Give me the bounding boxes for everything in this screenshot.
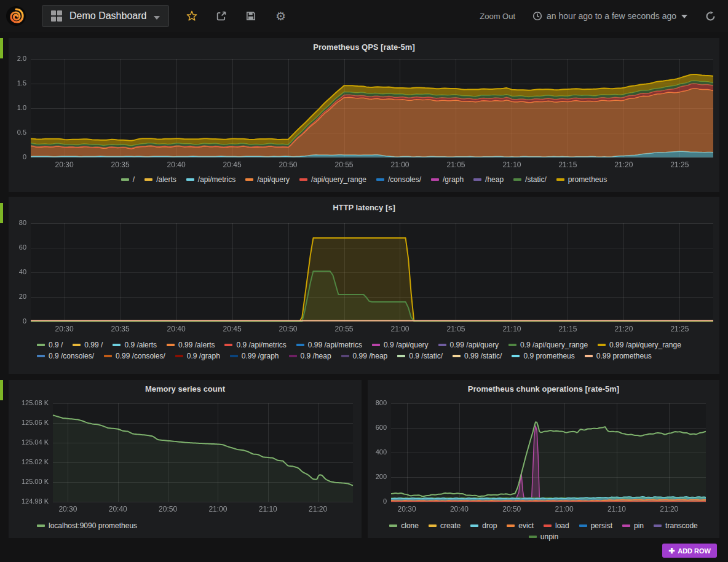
- refresh-button[interactable]: [703, 9, 717, 23]
- memory-legend: localhost:9090 prometheus: [9, 520, 362, 531]
- legend-item[interactable]: persist: [579, 521, 612, 530]
- legend-item[interactable]: localhost:9090 prometheus: [37, 521, 137, 530]
- legend-item[interactable]: 0.99 /graph: [230, 352, 279, 360]
- grafana-logo[interactable]: [5, 5, 27, 27]
- clock-icon: [532, 11, 542, 21]
- legend-swatch: [544, 524, 552, 527]
- legend-item[interactable]: create: [429, 521, 461, 530]
- legend-item[interactable]: load: [544, 521, 569, 530]
- legend-item[interactable]: transcode: [654, 521, 698, 530]
- panel-title[interactable]: Prometheus QPS [rate-5m]: [9, 38, 719, 55]
- legend-label: pin: [634, 521, 644, 530]
- legend-item[interactable]: /heap: [473, 175, 504, 184]
- legend-label: 0.99 /alerts: [178, 341, 215, 349]
- legend-label: /static/: [525, 175, 547, 184]
- legend-label: /api/query: [257, 175, 290, 184]
- gear-icon: ⚙: [275, 10, 286, 22]
- dashboard-picker-button[interactable]: Demo Dashboard: [42, 5, 169, 27]
- legend-label: 0.99 /: [84, 341, 103, 349]
- legend-item[interactable]: 0.9 /api/metrics: [224, 341, 286, 349]
- legend-label: 0.99 prometheus: [596, 352, 652, 360]
- legend-item[interactable]: /static/: [513, 175, 547, 184]
- legend-swatch: [453, 355, 461, 357]
- legend-label: 0.9 /static/: [409, 352, 443, 360]
- settings-button[interactable]: ⚙: [274, 9, 287, 23]
- legend-item[interactable]: evict: [507, 521, 534, 530]
- legend-item[interactable]: /api/metrics: [186, 175, 235, 184]
- chunkops-legend: clonecreatedropevictloadpersistpintransc…: [368, 520, 719, 542]
- legend-swatch: [473, 178, 481, 181]
- star-button[interactable]: [185, 9, 199, 23]
- legend-swatch: [397, 355, 405, 357]
- panel-memory-series: Memory series count localhost:9090 prome…: [9, 380, 362, 538]
- legend-item[interactable]: 0.9 /alerts: [113, 341, 157, 349]
- panel-title[interactable]: Prometheus chunk operations [rate-5m]: [368, 380, 719, 397]
- latency-chart-plot[interactable]: [9, 216, 719, 333]
- legend-item[interactable]: 0.99 /: [73, 341, 103, 349]
- legend-label: 0.99 /api/query_range: [609, 341, 681, 349]
- legend-item[interactable]: /alerts: [144, 175, 176, 184]
- legend-swatch: [289, 355, 297, 357]
- legend-item[interactable]: 0.99 /consoles/: [104, 352, 165, 360]
- legend-item[interactable]: clone: [389, 521, 419, 530]
- legend-item[interactable]: /api/query_range: [299, 175, 366, 184]
- legend-item[interactable]: /: [121, 175, 135, 184]
- time-range-picker[interactable]: an hour ago to a few seconds ago: [532, 11, 687, 21]
- legend-swatch: [37, 524, 45, 527]
- legend-label: unpin: [540, 532, 558, 541]
- legend-item[interactable]: 0.9 /graph: [175, 352, 220, 360]
- legend-item[interactable]: pin: [622, 521, 644, 530]
- share-button[interactable]: [215, 9, 228, 23]
- row-toggle-strip[interactable]: [0, 380, 3, 400]
- dashboard-title: Demo Dashboard: [69, 10, 146, 22]
- zoom-out-button[interactable]: Zoom Out: [480, 12, 515, 21]
- dashboard-grid-icon: [51, 10, 62, 22]
- legend-swatch: [299, 178, 307, 181]
- legend-item[interactable]: unpin: [529, 532, 558, 541]
- qps-chart-plot[interactable]: [9, 55, 719, 174]
- legend-item[interactable]: prometheus: [556, 175, 607, 184]
- legend-swatch: [37, 344, 45, 346]
- legend-label: evict: [518, 521, 534, 530]
- save-button[interactable]: [244, 9, 258, 23]
- legend-item[interactable]: 0.99 prometheus: [585, 352, 652, 360]
- legend-item[interactable]: 0.9 /api/query: [372, 341, 429, 349]
- legend-item[interactable]: 0.9 /api/query_range: [508, 341, 588, 349]
- legend-item[interactable]: 0.99 /static/: [453, 352, 502, 360]
- legend-swatch: [585, 355, 593, 357]
- row-toggle-strip[interactable]: [0, 38, 3, 58]
- panel-title[interactable]: HTTP latency [s]: [9, 197, 719, 216]
- legend-item[interactable]: 0.9 /consoles/: [37, 352, 94, 360]
- legend-label: 0.9 /heap: [301, 352, 331, 360]
- legend-item[interactable]: /graph: [431, 175, 464, 184]
- legend-item[interactable]: 0.9 /static/: [397, 352, 443, 360]
- legend-swatch: [296, 344, 304, 346]
- legend-item[interactable]: 0.99 /api/metrics: [296, 341, 362, 349]
- legend-swatch: [144, 178, 152, 181]
- save-icon: [245, 10, 256, 22]
- legend-item[interactable]: 0.99 /api/query: [438, 341, 499, 349]
- legend-swatch: [376, 178, 384, 181]
- chunkops-chart-plot[interactable]: [368, 397, 719, 515]
- legend-item[interactable]: drop: [470, 521, 497, 530]
- legend-label: 0.9 /api/query: [384, 341, 429, 349]
- legend-label: persist: [591, 521, 612, 530]
- row-toggle-strip[interactable]: [0, 203, 3, 223]
- panel-title[interactable]: Memory series count: [9, 380, 362, 397]
- legend-swatch: [429, 524, 437, 527]
- legend-swatch: [513, 178, 521, 181]
- legend-item[interactable]: 0.99 /alerts: [167, 341, 215, 349]
- add-row-button[interactable]: ✚ ADD ROW: [662, 544, 717, 558]
- legend-item[interactable]: 0.99 /heap: [341, 352, 388, 360]
- legend-item[interactable]: /api/query: [245, 175, 290, 184]
- legend-item[interactable]: 0.9 /: [37, 341, 63, 349]
- legend-swatch: [389, 524, 397, 527]
- legend-item[interactable]: 0.9 prometheus: [512, 352, 574, 360]
- qps-legend: //alerts/api/metrics/api/query/api/query…: [9, 174, 719, 185]
- legend-item[interactable]: /consoles/: [376, 175, 421, 184]
- memory-chart-plot[interactable]: [9, 397, 362, 515]
- time-range-label: an hour ago to a few seconds ago: [547, 11, 676, 21]
- legend-label: 0.9 /api/query_range: [520, 341, 588, 349]
- legend-item[interactable]: 0.9 /heap: [289, 352, 331, 360]
- legend-item[interactable]: 0.99 /api/query_range: [598, 341, 681, 349]
